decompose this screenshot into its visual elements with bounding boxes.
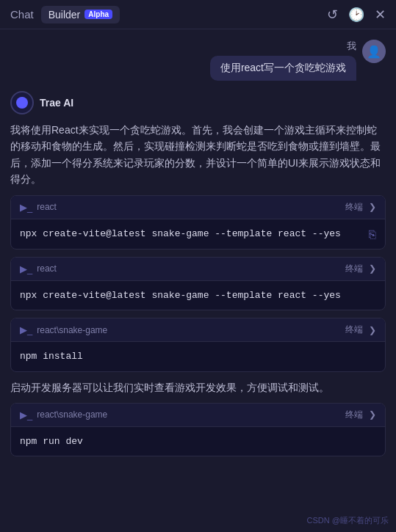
alpha-badge: Alpha [84,10,112,19]
terminal-chevron-4[interactable]: ❯ [369,409,376,420]
ai-avatar-inner [16,97,28,109]
terminal-header-right-1: 终端 ❯ [345,201,376,214]
terminal-header-left-2: ▶_ react [20,263,57,274]
ai-info-text: 启动开发服务器可以让我们实时查看游戏开发效果，方便调试和测试。 [10,379,386,396]
terminal-block-3: ▶_ react\snake-game 终端 ❯ npm install [10,318,386,372]
terminal-code-1: npx create-vite@latest snake-game --temp… [20,227,341,241]
terminal-body-1: npx create-vite@latest snake-game --temp… [11,219,385,249]
terminal-chevron-3[interactable]: ❯ [369,325,376,335]
close-icon[interactable]: ✕ [375,7,386,23]
user-avatar: 👤 [362,40,386,63]
user-label: 我 [347,40,356,53]
terminal-header-3: ▶_ react\snake-game 终端 ❯ [11,318,385,342]
terminal-header-4: ▶_ react\snake-game 终端 ❯ [11,404,385,427]
terminal-dir-3: react\snake-game [37,325,107,335]
terminal-block-2: ▶_ react 终端 ❯ npx create-vite@latest sna… [10,257,386,311]
header-right: ↺ 🕑 ✕ [327,7,386,23]
terminal-chevron-1[interactable]: ❯ [369,202,376,212]
terminal-code-2: npx create-vite@latest snake-game --temp… [20,288,341,303]
refresh-icon[interactable]: ↺ [327,7,338,23]
terminal-header-left-4: ▶_ react\snake-game [20,409,107,420]
terminal-code-4: npm run dev [20,434,83,449]
ai-intro-text: 我将使用React来实现一个贪吃蛇游戏。首先，我会创建一个游戏主循环来控制蛇的移… [10,122,386,188]
terminal-body-2: npx create-vite@latest snake-game --temp… [11,281,385,310]
app-header: Chat Builder Alpha ↺ 🕑 ✕ [0,0,396,29]
user-message-row: 我 使用react写一个贪吃蛇游戏 👤 [10,40,386,81]
builder-tab[interactable]: Builder Alpha [41,6,120,23]
terminal-dir-4: react\snake-game [37,409,107,420]
chat-area: 我 使用react写一个贪吃蛇游戏 👤 Trae AI 我将使用React来实现… [0,29,396,532]
header-left: Chat Builder Alpha [10,6,120,23]
terminal-header-left-3: ▶_ react\snake-game [20,324,107,335]
terminal-run-icon-3: ▶_ [20,324,32,335]
terminal-chevron-2[interactable]: ❯ [369,263,376,274]
terminal-dir-1: react [37,202,57,212]
ai-name: Trae AI [40,97,73,109]
terminal-header-right-2: 终端 ❯ [345,263,376,275]
terminal-header-2: ▶_ react 终端 ❯ [11,258,385,281]
terminal-dir-2: react [37,263,57,274]
terminal-body-4: npm run dev [11,427,385,456]
terminal-run-icon-1: ▶_ [20,202,32,213]
ai-header: Trae AI [10,91,386,114]
terminal-body-3: npm install [11,342,385,371]
terminal-header-right-3: 终端 ❯ [345,324,376,336]
terminal-header-right-4: 终端 ❯ [345,409,376,421]
ai-avatar [10,91,34,114]
user-avatar-icon: 👤 [367,45,381,59]
history-icon[interactable]: 🕑 [348,7,364,23]
terminal-header-1: ▶_ react 终端 ❯ [11,196,385,219]
terminal-code-3: npm install [20,349,83,364]
terminal-label-1: 终端 [345,201,363,214]
terminal-label-2: 终端 [345,263,363,275]
watermark: CSDN @睡不着的可乐 [307,515,389,526]
terminal-header-left-1: ▶_ react [20,202,57,213]
terminal-label-4: 终端 [345,409,363,421]
terminal-run-icon-2: ▶_ [20,263,32,274]
chat-tab[interactable]: Chat [10,8,34,21]
terminal-run-icon-4: ▶_ [20,409,32,420]
terminal-block-4: ▶_ react\snake-game 终端 ❯ npm run dev [10,403,386,457]
builder-tab-label: Builder [48,9,81,21]
user-message-content: 我 使用react写一个贪吃蛇游戏 [210,40,356,81]
user-bubble: 使用react写一个贪吃蛇游戏 [210,56,356,81]
ai-message-row: Trae AI 我将使用React来实现一个贪吃蛇游戏。首先，我会创建一个游戏主… [10,91,386,456]
copy-icon-1[interactable]: ⎘ [369,228,376,241]
terminal-label-3: 终端 [345,324,363,336]
terminal-block-1: ▶_ react 终端 ❯ npx create-vite@latest sna… [10,195,386,249]
